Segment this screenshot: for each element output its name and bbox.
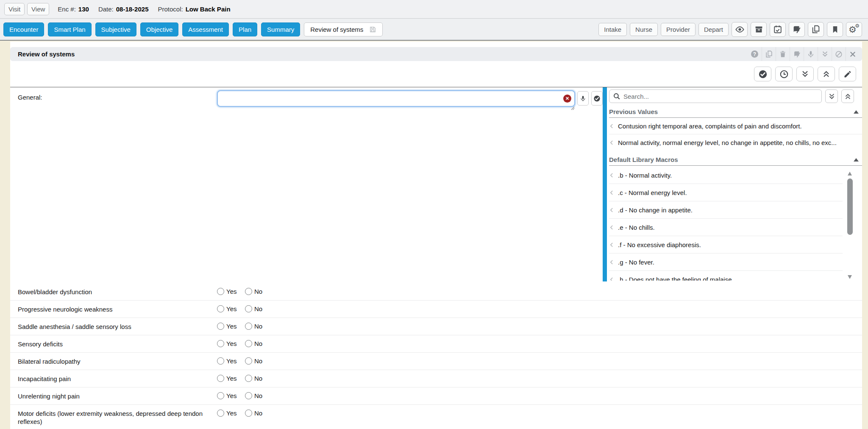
- provider-button[interactable]: Provider: [661, 23, 696, 36]
- eye-button[interactable]: [732, 22, 748, 37]
- no-label[interactable]: No: [254, 410, 262, 417]
- settings-icon: [849, 24, 859, 34]
- yes-radio[interactable]: [217, 340, 224, 347]
- yes-radio[interactable]: [217, 305, 224, 312]
- nurse-button[interactable]: Nurse: [630, 23, 658, 36]
- macro-item[interactable]: .e - No chills.: [609, 219, 843, 236]
- copy-note-button[interactable]: [762, 47, 776, 61]
- history-button[interactable]: [775, 67, 793, 81]
- yes-radio[interactable]: [217, 357, 224, 365]
- toolbar: Encounter Smart Plan Subjective Objectiv…: [0, 19, 868, 41]
- no-label[interactable]: No: [254, 288, 262, 295]
- previous-values-header[interactable]: Previous Values: [609, 108, 862, 118]
- tab-smart-plan[interactable]: Smart Plan: [48, 22, 91, 36]
- tab-review-of-systems[interactable]: Review of systems: [304, 22, 383, 36]
- no-radio[interactable]: [245, 305, 252, 312]
- calendar-button[interactable]: [770, 22, 786, 37]
- tab-plan[interactable]: Plan: [233, 22, 257, 36]
- yes-label[interactable]: Yes: [226, 340, 236, 347]
- scroll-up-arrow[interactable]: [848, 172, 852, 176]
- red-flag-questions: Bowel/bladder dysfunction Yes No Progres…: [10, 283, 862, 429]
- intake-button[interactable]: Intake: [598, 23, 627, 36]
- library-button[interactable]: [790, 47, 804, 61]
- clear-field-icon[interactable]: [563, 95, 571, 103]
- no-radio[interactable]: [245, 323, 252, 330]
- yes-radio[interactable]: [217, 410, 224, 417]
- macro-item[interactable]: .h - Does not have the feeling of malais…: [609, 271, 843, 281]
- yes-label[interactable]: Yes: [226, 357, 236, 365]
- yes-label[interactable]: Yes: [226, 305, 236, 312]
- no-radio[interactable]: [245, 375, 252, 382]
- search-input[interactable]: [609, 89, 822, 103]
- no-radio[interactable]: [245, 288, 252, 295]
- copy-icon: [765, 50, 773, 58]
- general-input[interactable]: [217, 90, 575, 107]
- macro-text: .c - Normal energy level.: [618, 189, 687, 196]
- view-button[interactable]: View: [27, 3, 49, 15]
- sidebar-collapse-down-button[interactable]: [825, 89, 838, 103]
- collapse-down-button[interactable]: [796, 67, 814, 81]
- scrollbar-thumb[interactable]: [847, 178, 853, 235]
- yes-label[interactable]: Yes: [226, 288, 236, 295]
- no-label[interactable]: No: [254, 392, 262, 399]
- close-panel-button[interactable]: [846, 47, 860, 61]
- collapse-up-button[interactable]: [818, 67, 835, 81]
- no-radio[interactable]: [245, 392, 252, 399]
- settings-button[interactable]: [846, 22, 862, 37]
- delete-button[interactable]: [776, 47, 790, 61]
- disable-button[interactable]: [832, 47, 846, 61]
- default-library-macros-header[interactable]: Default Library Macros: [609, 156, 862, 166]
- macro-scrollbar[interactable]: [847, 169, 853, 281]
- yes-radio[interactable]: [217, 392, 224, 399]
- visit-button[interactable]: Visit: [4, 3, 25, 15]
- calendar-check-icon: [773, 25, 782, 34]
- copy-button[interactable]: [808, 22, 824, 37]
- resize-handle[interactable]: [570, 106, 575, 110]
- macro-item[interactable]: .g - No fever.: [609, 254, 843, 271]
- edit-button[interactable]: [839, 67, 856, 81]
- yes-radio[interactable]: [217, 288, 224, 295]
- yes-radio[interactable]: [217, 323, 224, 330]
- sidebar-collapse-up-button[interactable]: [841, 89, 854, 103]
- field-dictate-button[interactable]: [577, 91, 589, 106]
- expand-all-button[interactable]: [818, 47, 832, 61]
- no-radio[interactable]: [245, 340, 252, 347]
- yes-radio[interactable]: [217, 375, 224, 382]
- question-row: Bilateral radiculopathy Yes No: [10, 353, 862, 370]
- bookmark-button[interactable]: [827, 22, 843, 37]
- complete-button[interactable]: [754, 67, 771, 81]
- yes-label[interactable]: Yes: [226, 323, 236, 330]
- yes-label[interactable]: Yes: [226, 410, 236, 417]
- no-label[interactable]: No: [254, 357, 262, 365]
- previous-value-text: Normal activity, normal energy level, no…: [618, 139, 837, 146]
- previous-value-item[interactable]: Normal activity, normal energy level, no…: [609, 134, 862, 151]
- yes-label[interactable]: Yes: [226, 392, 236, 399]
- eye-icon: [735, 25, 745, 34]
- dictate-button[interactable]: [804, 47, 818, 61]
- previous-value-item[interactable]: Contusion right temporal area, complaint…: [609, 118, 862, 134]
- tab-objective[interactable]: Objective: [140, 22, 179, 36]
- tab-encounter[interactable]: Encounter: [3, 22, 44, 36]
- archive-button[interactable]: [751, 22, 767, 37]
- macro-item[interactable]: .b - Normal activity.: [609, 167, 843, 184]
- field-accept-button[interactable]: [591, 91, 603, 106]
- no-radio[interactable]: [245, 410, 252, 417]
- no-label[interactable]: No: [254, 375, 262, 382]
- macro-item[interactable]: .c - Normal energy level.: [609, 184, 843, 201]
- macro-text: .g - No fever.: [618, 259, 654, 266]
- depart-button[interactable]: Depart: [698, 23, 729, 36]
- no-label[interactable]: No: [254, 323, 262, 330]
- macro-item[interactable]: .d - No change in appetite.: [609, 201, 843, 219]
- yes-label[interactable]: Yes: [226, 375, 236, 382]
- macro-item[interactable]: .f - No excessive diaphoresis.: [609, 236, 843, 254]
- no-label[interactable]: No: [254, 340, 262, 347]
- no-radio[interactable]: [245, 357, 252, 365]
- tab-assessment[interactable]: Assessment: [182, 22, 229, 36]
- bookmark-icon: [831, 25, 839, 33]
- scroll-down-arrow[interactable]: [848, 275, 852, 279]
- journal-button[interactable]: [789, 22, 805, 37]
- help-button[interactable]: [748, 47, 762, 61]
- no-label[interactable]: No: [254, 305, 262, 312]
- tab-summary[interactable]: Summary: [261, 22, 300, 36]
- tab-subjective[interactable]: Subjective: [95, 22, 136, 36]
